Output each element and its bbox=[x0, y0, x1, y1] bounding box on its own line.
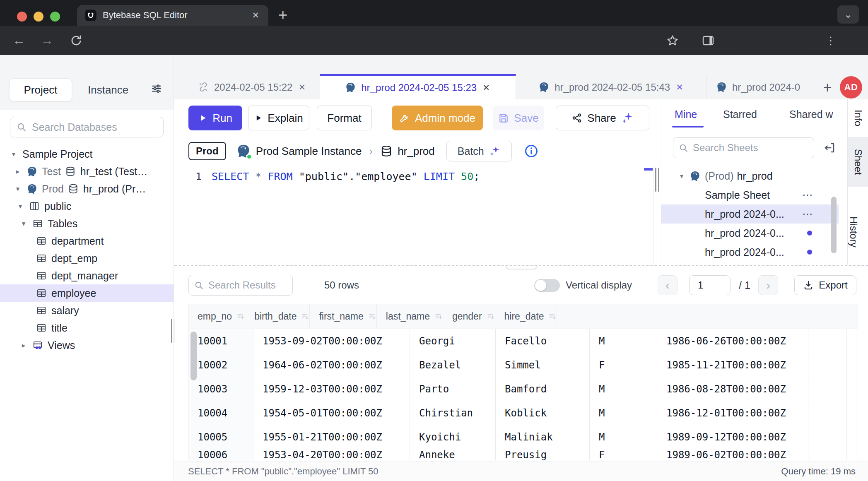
filter-settings-icon[interactable] bbox=[150, 82, 163, 95]
explain-button[interactable]: Explain bbox=[248, 106, 309, 130]
new-browser-tab-button[interactable]: + bbox=[278, 6, 287, 24]
tree-item[interactable]: title bbox=[0, 319, 174, 337]
forward-button[interactable]: → bbox=[40, 33, 55, 48]
tree-caret-icon[interactable] bbox=[17, 341, 30, 350]
sheet-item[interactable]: hr_prod 2024-0... bbox=[661, 224, 839, 243]
column-header[interactable]: gender bbox=[443, 304, 495, 329]
editor-tab[interactable]: hr_prod 2024-02-05 15:23 ✕ bbox=[320, 74, 516, 99]
share-button[interactable]: Share bbox=[556, 106, 649, 130]
table-row[interactable]: 10006 1953-04-20T00:00:00Z Anneke Preusi… bbox=[188, 449, 858, 460]
close-tab-icon[interactable]: ✕ bbox=[675, 82, 684, 92]
tab-mine[interactable]: Mine bbox=[675, 108, 697, 120]
sort-icon[interactable] bbox=[486, 312, 495, 321]
tab-starred[interactable]: Starred bbox=[723, 108, 757, 120]
search-databases-input[interactable]: Search Databases bbox=[10, 117, 164, 137]
tree-item[interactable]: public bbox=[0, 197, 174, 215]
tree-item[interactable]: Views bbox=[0, 337, 174, 354]
tree-caret-icon[interactable] bbox=[12, 185, 24, 193]
tree-caret-icon[interactable] bbox=[14, 202, 27, 211]
panel-resize-handle[interactable] bbox=[655, 168, 659, 192]
tree-caret-icon[interactable] bbox=[17, 219, 30, 228]
save-button[interactable]: Save bbox=[493, 106, 544, 130]
sheet-group[interactable]: (Prod) hr_prod bbox=[661, 166, 847, 185]
tree-item[interactable]: dept_emp bbox=[0, 250, 174, 267]
browser-tab-close-icon[interactable]: ✕ bbox=[250, 10, 261, 20]
tab-instance[interactable]: Instance bbox=[82, 78, 134, 101]
table-row[interactable]: 10005 1955-01-21T00:00:00Z Kyoichi Malin… bbox=[188, 425, 858, 449]
close-tab-icon[interactable]: ✕ bbox=[297, 82, 306, 92]
sheet-item[interactable]: hr_prod 2024-0... bbox=[661, 243, 839, 262]
tree-caret-icon[interactable] bbox=[7, 150, 20, 159]
page-number-input[interactable]: 1 bbox=[689, 275, 731, 295]
search-sheets-input[interactable]: Search Sheets bbox=[673, 137, 814, 158]
tree-caret-icon[interactable] bbox=[12, 167, 24, 176]
new-sheet-tab-button[interactable]: + bbox=[819, 79, 836, 96]
results-resize-handle[interactable] bbox=[506, 265, 537, 269]
side-tab-info[interactable]: Info bbox=[848, 99, 868, 137]
run-button[interactable]: Run bbox=[188, 106, 242, 130]
column-header[interactable]: hire_date bbox=[495, 304, 557, 329]
table-scrollbar-track[interactable] bbox=[847, 377, 858, 401]
browser-menu-icon[interactable]: ⋮ bbox=[823, 33, 838, 48]
editor-tab[interactable]: 2024-02-05 15:22 ✕ bbox=[185, 75, 320, 99]
table-scrollbar-thumb[interactable] bbox=[190, 332, 197, 380]
tab-overview-button[interactable]: ⌄ bbox=[837, 5, 859, 24]
tree-item[interactable]: Test hr_test (Test… bbox=[0, 163, 174, 180]
sheet-item[interactable]: hr_prod 2024-0... ⋯ bbox=[661, 204, 839, 224]
connection-info-icon[interactable] bbox=[524, 144, 538, 158]
sort-icon[interactable] bbox=[236, 312, 245, 321]
bookmark-star-icon[interactable] bbox=[665, 33, 680, 48]
column-header[interactable]: first_name bbox=[310, 304, 376, 329]
tree-item[interactable]: Tables bbox=[0, 215, 174, 232]
browser-tab[interactable]: Bytebase SQL Editor ✕ bbox=[77, 5, 268, 26]
tree-caret-icon[interactable] bbox=[676, 172, 687, 180]
table-scrollbar-track[interactable] bbox=[847, 425, 858, 449]
sheet-list-scrollbar[interactable] bbox=[831, 197, 837, 253]
tree-item[interactable]: salary bbox=[0, 302, 174, 319]
reload-button[interactable] bbox=[69, 33, 84, 48]
table-scrollbar-track[interactable] bbox=[847, 353, 858, 377]
window-close-button[interactable] bbox=[17, 12, 27, 22]
table-row[interactable]: 10002 1964-06-02T00:00:00Z Bezalel Simme… bbox=[188, 353, 858, 377]
user-avatar[interactable]: AD bbox=[840, 76, 862, 99]
close-tab-icon[interactable]: ✕ bbox=[482, 83, 491, 93]
table-scrollbar-track[interactable] bbox=[847, 449, 858, 460]
table-row[interactable]: 10004 1954-05-01T00:00:00Z Chirstian Kob… bbox=[188, 401, 858, 425]
table-row[interactable]: 10003 1959-12-03T00:00:00Z Parto Bamford… bbox=[188, 377, 858, 401]
column-header[interactable]: birth_date bbox=[245, 304, 310, 329]
admin-mode-button[interactable]: Admin mode bbox=[392, 106, 483, 130]
side-tab-history[interactable]: History bbox=[848, 187, 868, 265]
table-row[interactable]: 10001 1953-09-02T00:00:00Z Georgi Facell… bbox=[188, 329, 858, 353]
window-zoom-button[interactable] bbox=[50, 12, 60, 22]
export-button[interactable]: Export bbox=[794, 275, 856, 295]
tree-item[interactable]: department bbox=[0, 232, 174, 250]
tree-item[interactable]: dept_manager bbox=[0, 267, 174, 284]
column-header[interactable]: last_name bbox=[377, 304, 443, 329]
next-page-button[interactable]: › bbox=[758, 275, 778, 295]
vertical-display-toggle[interactable] bbox=[534, 279, 560, 292]
sheet-group-partial[interactable] bbox=[661, 162, 847, 166]
tree-item[interactable]: Sample Project bbox=[0, 145, 174, 163]
instance-name[interactable]: Prod Sample Instance bbox=[256, 145, 362, 158]
back-button[interactable]: ← bbox=[12, 33, 27, 48]
table-scrollbar-track[interactable] bbox=[847, 401, 858, 425]
table-scrollbar-track[interactable] bbox=[847, 329, 858, 353]
sort-icon[interactable] bbox=[548, 312, 557, 321]
editor-tab[interactable]: hr_prod 2024-0 bbox=[707, 75, 806, 99]
side-panel-icon[interactable] bbox=[701, 33, 716, 48]
more-menu-icon[interactable]: ⋯ bbox=[802, 189, 814, 202]
sort-icon[interactable] bbox=[368, 312, 376, 321]
search-results-input[interactable]: Search Results bbox=[188, 275, 293, 296]
tab-shared-with-me[interactable]: Shared w bbox=[789, 108, 833, 120]
editor-minimap[interactable] bbox=[643, 166, 654, 264]
batch-button[interactable]: Batch bbox=[446, 141, 512, 161]
side-tab-sheet[interactable]: Sheet bbox=[848, 137, 868, 187]
format-button[interactable]: Format bbox=[317, 106, 372, 130]
prev-page-button[interactable]: ‹ bbox=[658, 275, 678, 295]
more-menu-icon[interactable]: ⋯ bbox=[802, 208, 814, 221]
sort-icon[interactable] bbox=[301, 312, 309, 321]
tree-item[interactable]: Prod hr_prod (Pr… bbox=[0, 180, 174, 197]
window-minimize-button[interactable] bbox=[34, 12, 43, 22]
tab-project[interactable]: Project bbox=[9, 78, 72, 101]
database-name[interactable]: hr_prod bbox=[398, 145, 435, 158]
